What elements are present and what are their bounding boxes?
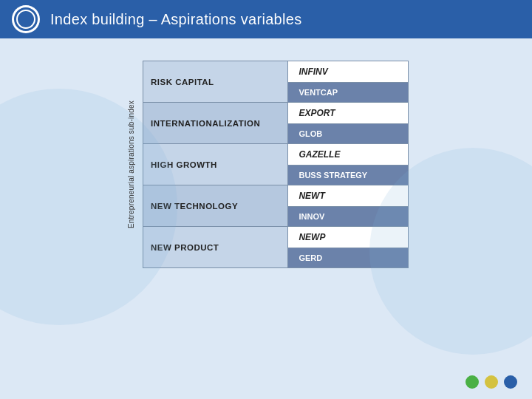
- variable-cell: INFINV: [288, 61, 409, 83]
- category-cell: INTERNATIONALIZATION: [143, 103, 288, 144]
- table-row: NEW PRODUCTNEWP: [143, 227, 409, 248]
- table-row: RISK CAPITALINFINV: [143, 61, 409, 83]
- variable-cell: GAZELLE: [288, 144, 409, 166]
- table-row: NEW TECHNOLOGYNEWT: [143, 185, 409, 207]
- variable-cell: GLOB: [288, 124, 409, 144]
- nav-dot-yellow[interactable]: [485, 375, 498, 389]
- page-title: Index building – Aspirations variables: [50, 11, 302, 28]
- sidebar-label: Entrepreneurial aspirations sub-index: [128, 100, 136, 228]
- nav-dot-blue[interactable]: [504, 375, 517, 389]
- logo: [12, 5, 40, 33]
- variable-cell: VENTCAP: [288, 83, 409, 103]
- bottom-nav: [466, 375, 517, 389]
- variable-cell: EXPORT: [288, 103, 409, 124]
- variable-cell: BUSS STRATEGY: [288, 166, 409, 185]
- category-cell: RISK CAPITAL: [143, 61, 288, 103]
- header-bar: Index building – Aspirations variables: [0, 0, 532, 38]
- table-row: INTERNATIONALIZATIONEXPORT: [143, 103, 409, 124]
- table-row: HIGH GROWTHGAZELLE: [143, 144, 409, 166]
- logo-inner: [14, 7, 38, 31]
- nav-dot-green[interactable]: [466, 375, 479, 389]
- aspirations-table: RISK CAPITALINFINVVENTCAPINTERNATIONALIZ…: [143, 61, 409, 268]
